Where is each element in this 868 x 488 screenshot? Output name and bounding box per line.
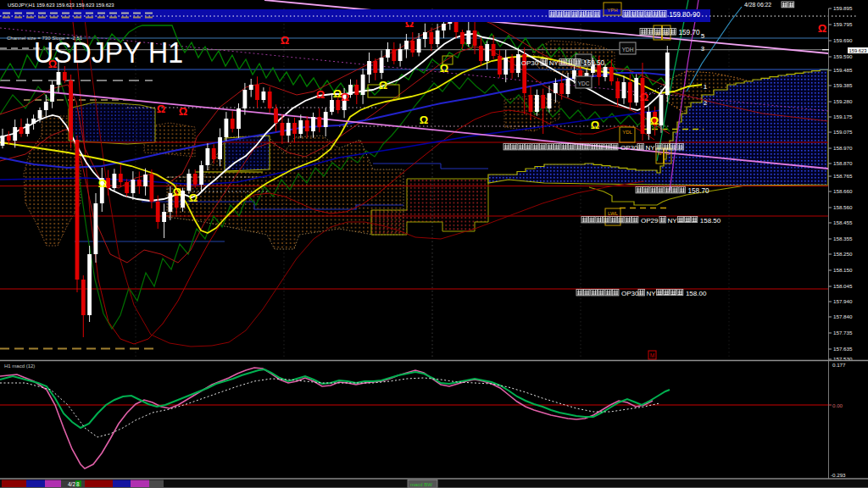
- svg-text:Ω: Ω: [341, 91, 349, 103]
- svg-text:158.870: 158.870: [833, 160, 853, 166]
- svg-text:USDJPY,H1 159.623 159.623 159: USDJPY,H1 159.623 159.623 159.623 159.62…: [8, 3, 114, 8]
- svg-text:159.280: 159.280: [833, 98, 853, 104]
- svg-text:0.00: 0.00: [832, 402, 843, 408]
- svg-text:3: 3: [701, 45, 705, 53]
- svg-text:W: W: [658, 151, 663, 156]
- svg-text:NY: NY: [647, 290, 657, 297]
- svg-text:157.635: 157.635: [833, 346, 853, 352]
- svg-text:159.80-90: 159.80-90: [669, 11, 700, 19]
- svg-text:YDL: YDL: [622, 130, 632, 135]
- svg-text:Ω: Ω: [440, 62, 448, 75]
- svg-text:-0.293: -0.293: [831, 472, 846, 478]
- svg-text:macd BW: macd BW: [410, 482, 432, 487]
- svg-text:157.940: 157.940: [833, 298, 853, 304]
- svg-text:H1 macd (12): H1 macd (12): [4, 363, 35, 369]
- svg-text:159.690: 159.690: [833, 37, 853, 43]
- svg-text:158.150: 158.150: [833, 267, 853, 273]
- svg-text:158.355: 158.355: [833, 236, 853, 241]
- svg-text:USDJPY H1: USDJPY H1: [34, 36, 183, 69]
- svg-text:2: 2: [704, 99, 708, 107]
- svg-text:159.385: 159.385: [833, 82, 853, 88]
- svg-text:158.00: 158.00: [686, 290, 707, 297]
- svg-text:157.735: 157.735: [833, 330, 853, 336]
- svg-text:158.765: 158.765: [833, 173, 853, 179]
- svg-text:Ω: Ω: [640, 91, 648, 103]
- svg-text:158.50: 158.50: [700, 217, 721, 225]
- svg-text:YDC: YDC: [578, 80, 590, 86]
- svg-text:159.50: 159.50: [583, 59, 604, 67]
- svg-text:5: 5: [701, 32, 705, 40]
- svg-text:D: D: [666, 151, 670, 156]
- svg-text:NY: NY: [549, 59, 559, 67]
- svg-text:LWL: LWL: [608, 211, 619, 216]
- svg-text:4/2: 4/2: [68, 481, 75, 487]
- svg-text:158.70: 158.70: [688, 187, 709, 195]
- svg-text:Ω: Ω: [420, 114, 428, 126]
- svg-text:YDH: YDH: [622, 47, 634, 53]
- svg-text:158.455: 158.455: [833, 219, 853, 225]
- svg-text:Ω: Ω: [591, 119, 599, 131]
- svg-text:159.70: 159.70: [679, 29, 700, 36]
- svg-text:158.970: 158.970: [833, 145, 853, 151]
- svg-text:M: M: [650, 352, 654, 358]
- svg-text:Ω: Ω: [333, 87, 342, 100]
- svg-text:Ω: Ω: [173, 186, 181, 198]
- svg-text:4/28 06:22: 4/28 06:22: [744, 2, 771, 8]
- svg-text:8: 8: [76, 481, 80, 487]
- svg-text:Ω: Ω: [98, 177, 107, 190]
- svg-text:157.840: 157.840: [833, 313, 853, 319]
- svg-text:159.485: 159.485: [833, 67, 853, 73]
- svg-text:NY: NY: [646, 144, 656, 152]
- svg-text:Ω: Ω: [157, 103, 165, 115]
- svg-text:...OP30: ...OP30: [515, 59, 539, 67]
- svg-text:159.175: 159.175: [833, 114, 853, 119]
- svg-text:159.623: 159.623: [849, 48, 867, 53]
- svg-text:OP29: OP29: [641, 217, 659, 225]
- svg-text:Ω: Ω: [179, 105, 187, 118]
- svg-text:OP30: OP30: [621, 290, 639, 297]
- svg-text:159.795: 159.795: [833, 21, 853, 27]
- svg-text:0.177: 0.177: [832, 362, 846, 368]
- svg-text:Ω: Ω: [189, 191, 198, 204]
- svg-text:NY: NY: [668, 217, 678, 225]
- svg-text:159.590: 159.590: [833, 53, 853, 59]
- svg-text:158.250: 158.250: [833, 251, 853, 257]
- svg-text:Ω: Ω: [650, 114, 659, 127]
- svg-text:158.045: 158.045: [833, 283, 853, 289]
- svg-text:1: 1: [704, 83, 708, 91]
- svg-text:OP30: OP30: [620, 144, 638, 152]
- svg-text:YPH: YPH: [607, 8, 617, 13]
- svg-text:159.075: 159.075: [833, 129, 853, 135]
- svg-text:Ω: Ω: [281, 34, 289, 47]
- svg-text:Ω: Ω: [316, 88, 325, 101]
- svg-text:159.895: 159.895: [833, 5, 853, 11]
- svg-text:158.660: 158.660: [833, 188, 853, 194]
- svg-text:Ω: Ω: [818, 22, 826, 35]
- svg-text:158.560: 158.560: [833, 204, 853, 210]
